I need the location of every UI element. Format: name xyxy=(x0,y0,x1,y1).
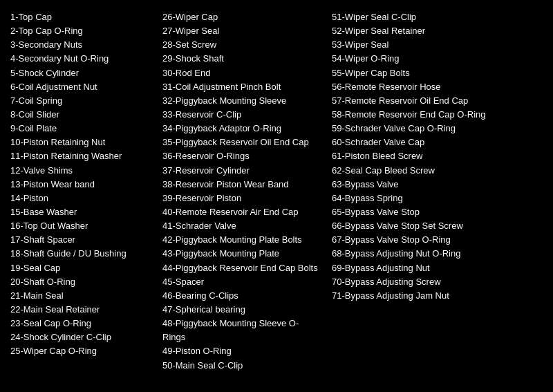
list-item: 41-Schrader Valve xyxy=(162,219,321,233)
list-item: 27-Wiper Seal xyxy=(162,24,321,38)
list-item: 34-Piggyback Adaptor O-Ring xyxy=(162,122,321,136)
list-item: 37-Reservoir Cylinder xyxy=(162,164,321,178)
list-item: 60-Schrader Valve Cap xyxy=(332,136,501,149)
column-1: 1-Top Cap2-Top Cap O-Ring3-Secondary Nut… xyxy=(10,10,162,373)
list-item: 5-Shock Cylinder xyxy=(10,66,152,80)
column-3: 51-Wiper Seal C-Clip52-Wiper Seal Retain… xyxy=(332,10,512,373)
list-item: 48-Piggyback Mounting Sleeve O-Rings xyxy=(162,317,321,344)
list-item: 54-Wiper O-Ring xyxy=(332,52,501,66)
list-item: 58-Remote Reservoir End Cap O-Ring xyxy=(332,108,501,122)
list-item: 21-Main Seal xyxy=(10,289,152,303)
list-item: 59-Schrader Valve Cap O-Ring xyxy=(332,122,501,136)
list-item: 65-Bypass Valve Stop xyxy=(332,205,501,219)
list-item: 9-Coil Plate xyxy=(10,122,152,136)
list-item: 36-Reservoir O-Rings xyxy=(162,149,321,163)
list-item: 17-Shaft Spacer xyxy=(10,233,152,247)
list-item: 61-Piston Bleed Screw xyxy=(332,149,501,163)
list-item: 24-Shock Cylinder C-Clip xyxy=(10,330,152,344)
list-item: 46-Bearing C-Clips xyxy=(162,289,321,303)
list-item: 55-Wiper Cap Bolts xyxy=(332,66,501,80)
list-item: 45-Spacer xyxy=(162,275,321,289)
list-item: 6-Coil Adjustment Nut xyxy=(10,80,152,94)
list-item: 40-Remote Reservoir Air End Cap xyxy=(162,205,321,219)
list-item: 28-Set Screw xyxy=(162,38,321,52)
list-item: 1-Top Cap xyxy=(10,10,152,24)
list-item: 71-Bypass Adjusting Jam Nut xyxy=(332,289,501,303)
list-item: 20-Shaft O-Ring xyxy=(10,275,152,289)
list-item: 53-Wiper Seal xyxy=(332,38,501,52)
parts-list: 1-Top Cap2-Top Cap O-Ring3-Secondary Nut… xyxy=(10,7,543,373)
list-item: 57-Remote Reservoir Oil End Cap xyxy=(332,94,501,108)
list-item: 12-Valve Shims xyxy=(10,164,152,178)
list-item: 42-Piggyback Mounting Plate Bolts xyxy=(162,233,321,247)
list-item: 44-Piggyback Reservoir End Cap Bolts xyxy=(162,261,321,275)
list-item: 47-Spherical bearing xyxy=(162,303,321,317)
list-item: 68-Bypass Adjusting Nut O-Ring xyxy=(332,247,501,261)
list-item: 66-Bypass Valve Stop Set Screw xyxy=(332,219,501,233)
list-item: 64-Bypass Spring xyxy=(332,192,501,205)
list-item: 69-Bypass Adjusting Nut xyxy=(332,261,501,275)
list-item: 22-Main Seal Retainer xyxy=(10,303,152,317)
list-item: 3-Secondary Nuts xyxy=(10,38,152,52)
list-item: 18-Shaft Guide / DU Bushing xyxy=(10,247,152,261)
list-item: 23-Seal Cap O-Ring xyxy=(10,317,152,330)
list-item: 32-Piggyback Mounting Sleeve xyxy=(162,94,321,108)
list-item: 67-Bypass Valve Stop O-Ring xyxy=(332,233,501,247)
list-item: 43-Piggyback Mounting Plate xyxy=(162,247,321,261)
list-item: 25-Wiper Cap O-Ring xyxy=(10,344,152,358)
column-2: 26-Wiper Cap27-Wiper Seal28-Set Screw29-… xyxy=(162,10,332,373)
list-item: 19-Seal Cap xyxy=(10,261,152,275)
list-item: 56-Remote Reservoir Hose xyxy=(332,80,501,94)
list-item: 62-Seal Cap Bleed Screw xyxy=(332,164,501,178)
list-item: 51-Wiper Seal C-Clip xyxy=(332,10,501,24)
list-item: 2-Top Cap O-Ring xyxy=(10,24,152,38)
list-item: 16-Top Out Washer xyxy=(10,219,152,233)
list-item: 63-Bypass Valve xyxy=(332,178,501,192)
list-item: 31-Coil Adjustment Pinch Bolt xyxy=(162,80,321,94)
list-item: 50-Main Seal C-Clip xyxy=(162,359,321,373)
list-item: 30-Rod End xyxy=(162,66,321,80)
list-item: 13-Piston Wear band xyxy=(10,178,152,192)
list-item: 38-Reservoir Piston Wear Band xyxy=(162,178,321,192)
list-item: 33-Reservoir C-Clip xyxy=(162,108,321,122)
list-item: 39-Reservoir Piston xyxy=(162,192,321,205)
list-item: 52-Wiper Seal Retainer xyxy=(332,24,501,38)
list-item: 49-Piston O-Ring xyxy=(162,344,321,358)
list-item: 4-Secondary Nut O-Ring xyxy=(10,52,152,66)
list-item: 26-Wiper Cap xyxy=(162,10,321,24)
list-item: 15-Base Washer xyxy=(10,205,152,219)
list-item: 14-Piston xyxy=(10,192,152,205)
list-item: 8-Coil Slider xyxy=(10,108,152,122)
list-item: 29-Shock Shaft xyxy=(162,52,321,66)
list-item: 11-Piston Retaining Washer xyxy=(10,149,152,163)
list-item: 7-Coil Spring xyxy=(10,94,152,108)
list-item: 70-Bypass Adjusting Screw xyxy=(332,275,501,289)
list-item: 10-Piston Retaining Nut xyxy=(10,136,152,149)
list-item: 35-Piggyback Reservoir Oil End Cap xyxy=(162,136,321,149)
